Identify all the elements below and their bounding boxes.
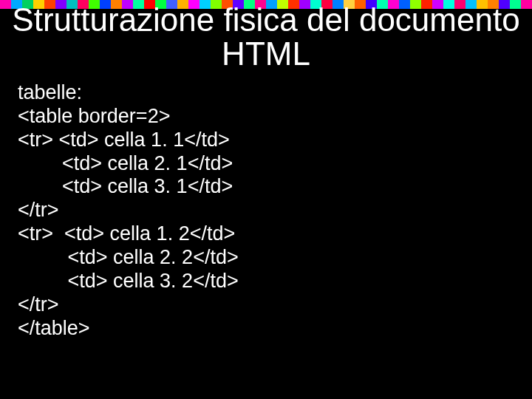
code-line: <tr> <td> cella 1. 2</td> (18, 222, 235, 245)
code-line: </table> (18, 317, 90, 339)
code-line: <td> cella 3. 1</td> (18, 175, 233, 197)
code-line: <tr> <td> cella 1. 1</td> (18, 129, 230, 151)
code-line: tabelle: (18, 81, 82, 103)
code-line: <td> cella 2. 1</td> (18, 152, 233, 174)
slide: Strutturazione fisica del documento HTML… (0, 0, 532, 399)
slide-title: Strutturazione fisica del documento HTML (0, 3, 532, 71)
code-line: <table border=2> (18, 105, 170, 127)
code-line: </tr> (18, 293, 59, 316)
code-line: <td> cella 3. 2</td> (18, 270, 239, 292)
code-line: <td> cella 2. 2</td> (18, 246, 239, 268)
slide-body: tabelle: <table border=2> <tr> <td> cell… (18, 81, 514, 340)
code-line: </tr> (18, 199, 59, 221)
